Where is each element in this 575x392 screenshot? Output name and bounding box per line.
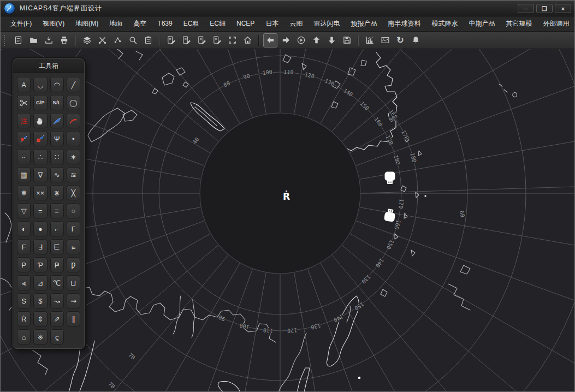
forward-button[interactable]	[278, 33, 293, 47]
tool-s-arrow-1[interactable]: ↝	[50, 293, 64, 308]
tool-wind-flag-p4[interactable]: Ƿ	[67, 257, 80, 272]
tool-x-diamond[interactable]: ╳	[67, 185, 80, 200]
tool-gp-toggle[interactable]: G/P	[33, 95, 47, 110]
tool-wind-flag-p2[interactable]: Ƥ	[33, 257, 47, 272]
menu-item-other-models[interactable]: 其它规模	[500, 16, 537, 31]
clipboard-button[interactable]	[141, 33, 155, 47]
menu-item-ncep[interactable]: NCEP	[231, 16, 260, 31]
tool-double-curve[interactable]: ∥	[67, 311, 80, 326]
fit-screen-button[interactable]	[225, 33, 239, 47]
minimize-button[interactable]: ─	[518, 4, 534, 13]
home-button[interactable]	[240, 33, 254, 47]
tool-smooth-line[interactable]: ╱	[67, 77, 80, 92]
tool-annotation[interactable]: 注	[17, 113, 31, 128]
toolbar-grip[interactable]	[4, 35, 7, 46]
tool-text[interactable]: A	[17, 77, 31, 92]
tool-dots-4[interactable]: ∷	[50, 149, 64, 164]
menu-item-medium-range[interactable]: 中期产品	[463, 16, 500, 31]
alarm-bell-button[interactable]	[408, 33, 423, 47]
menu-item-t639[interactable]: T639	[152, 16, 177, 31]
tool-front-occluded[interactable]	[17, 131, 31, 146]
open-folder-button[interactable]	[26, 33, 40, 47]
menu-item-external-call[interactable]: 外部调用	[537, 16, 574, 31]
menu-item-file[interactable]: 文件(F)	[5, 16, 37, 31]
tool-triple-x[interactable]: ⋇	[50, 185, 64, 200]
tool-bracket-shape[interactable]: ⊔	[67, 275, 80, 290]
menu-item-satellite[interactable]: 云图	[284, 16, 308, 31]
edit-doc-4-button[interactable]	[210, 33, 224, 47]
new-file-button[interactable]	[11, 33, 25, 47]
tool-grid-squares[interactable]: ▦	[17, 167, 31, 182]
tool-front-stationary[interactable]	[33, 131, 47, 146]
tool-double-wave[interactable]: ≋	[67, 167, 80, 182]
edit-doc-2-button[interactable]	[179, 33, 193, 47]
menu-item-ec-fine[interactable]: EC细	[204, 16, 231, 31]
tool-r-dot-tool[interactable]: Ṙ	[17, 311, 31, 326]
restore-button[interactable]: ❐	[536, 4, 553, 13]
tool-wind-flag-p1[interactable]: P	[17, 257, 31, 272]
menu-item-model-precip[interactable]: 模式降水	[426, 16, 463, 31]
tool-dots-3[interactable]: ∴	[33, 149, 47, 164]
tool-dollar[interactable]: $	[33, 293, 47, 308]
play-animation-button[interactable]	[294, 33, 308, 47]
tool-nl-toggle[interactable]: N/L	[50, 95, 64, 110]
back-button[interactable]	[263, 33, 277, 47]
menu-item-view[interactable]: 视图(V)	[37, 16, 70, 31]
tool-dots-5[interactable]: ∗	[67, 149, 80, 164]
settings-tools-button[interactable]	[95, 33, 109, 47]
path-nodes-button[interactable]	[110, 33, 125, 47]
tool-double-x[interactable]: ××	[33, 185, 47, 200]
tool-wind-barb-small[interactable]: ⌐	[50, 221, 64, 236]
tool-pan-hand[interactable]	[33, 113, 47, 128]
tool-wind-barb-f3[interactable]: ⋿	[50, 239, 64, 254]
tool-open-curve[interactable]: ◠	[50, 77, 64, 92]
edit-doc-3-button[interactable]	[194, 33, 209, 47]
tool-branch-symbol[interactable]: Ψ	[50, 131, 64, 146]
tool-polygon-region[interactable]: ⌂	[17, 329, 31, 345]
tool-wind-barb-heavy[interactable]: ⫷	[17, 275, 31, 290]
tool-warm-front[interactable]	[67, 113, 80, 128]
map-area[interactable]: 8090100110120130140150160170180130140150…	[1, 49, 574, 391]
tool-ne-arrow[interactable]: ⇗	[50, 311, 64, 326]
tool-funnel-dot[interactable]: ∇	[33, 167, 47, 182]
menu-item-radar-lightning[interactable]: 雷达闪电	[308, 16, 345, 31]
toolbox-panel[interactable]: 工具箱 A◡◠╱G/PN/L◯注Ψ•∙∙∴∷∗▦∇∿≋❄××⋇╳▽=≡○◐●⌐Γ…	[13, 58, 85, 349]
tool-wind-barb-gamma[interactable]: Γ	[67, 221, 80, 236]
tool-half-circle[interactable]: ◐	[17, 221, 31, 236]
tool-wind-arrow[interactable]	[50, 113, 64, 128]
tool-wind-barb-f1[interactable]: F	[17, 239, 31, 254]
tool-filled-circle[interactable]: ●	[33, 221, 47, 236]
menu-item-japan[interactable]: 日本	[260, 16, 284, 31]
refresh-button[interactable]: ↻	[393, 33, 407, 47]
edit-doc-1-button[interactable]	[164, 33, 178, 47]
import-data-button[interactable]	[42, 33, 56, 47]
up-button[interactable]	[309, 33, 323, 47]
layers-button[interactable]	[80, 33, 94, 47]
tool-snowflake[interactable]: ❄	[17, 185, 31, 200]
tool-wave-dot[interactable]: ∿	[50, 167, 64, 182]
chart-stats-button[interactable]	[363, 33, 377, 47]
tool-triple-lines[interactable]: ≡	[50, 203, 64, 218]
tool-funnel-x[interactable]: ▽	[17, 203, 31, 218]
tool-wind-barb-f2[interactable]: Ⅎ	[33, 239, 47, 254]
image-product-button[interactable]	[378, 33, 392, 47]
preview-search-button[interactable]	[126, 33, 140, 47]
tool-expand-vertical[interactable]: ⇕	[33, 311, 47, 326]
tool-scatter-marks[interactable]: ※	[33, 329, 47, 345]
toolbox-title[interactable]: 工具箱	[13, 59, 84, 73]
menu-item-forecast-products[interactable]: 预报产品	[345, 16, 382, 31]
tool-wind-barb-f4[interactable]: ⫢	[67, 239, 80, 254]
tool-cut-scissors[interactable]	[17, 95, 31, 110]
tool-dot-1[interactable]: •	[67, 131, 80, 146]
tool-wind-flag-p3[interactable]: Ҏ	[50, 257, 64, 272]
close-button[interactable]: ×	[555, 4, 571, 13]
menu-item-ec-coarse[interactable]: EC粗	[178, 16, 205, 31]
menu-item-upper-air[interactable]: 高空	[128, 16, 152, 31]
tool-s-shape[interactable]: S	[17, 293, 31, 308]
menu-item-southern-hemisphere[interactable]: 南半球资料	[382, 16, 426, 31]
tool-typhoon[interactable]: ϛ	[50, 329, 64, 345]
polar-map-canvas[interactable]: 8090100110120130140150160170180130140150…	[1, 49, 574, 391]
save-button[interactable]	[340, 33, 354, 47]
tool-dots-2[interactable]: ∙∙	[17, 149, 31, 164]
tool-pennant-flag[interactable]: ⊿	[33, 275, 47, 290]
